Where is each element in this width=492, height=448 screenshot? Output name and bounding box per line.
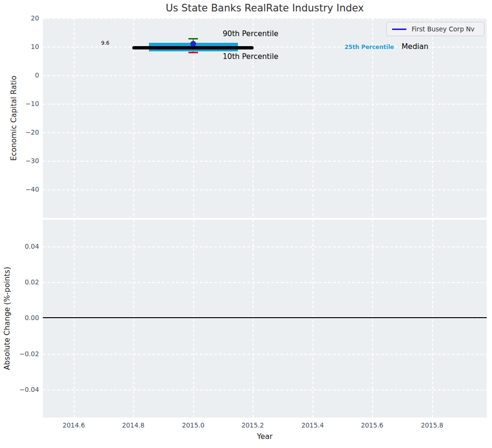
gridline-v — [432, 18, 433, 218]
legend: First Busey Corp Nv — [386, 22, 484, 36]
median-value-annotation: 9.6 — [95, 40, 109, 46]
xtick-label: 2014.6 — [59, 421, 89, 429]
gridline-h — [43, 18, 487, 19]
xtick-label: 2015.6 — [357, 421, 387, 429]
company-point — [190, 41, 196, 47]
bottom-subplot-area — [43, 220, 487, 418]
gridline-h — [43, 189, 487, 190]
median-annotation: Median — [402, 42, 428, 51]
gridline-h — [43, 354, 487, 355]
ytick-label: −40 — [0, 185, 39, 194]
p90-cap — [188, 38, 198, 39]
gridline-h — [43, 282, 487, 283]
gridline-v — [133, 220, 134, 418]
xtick-label: 2015.8 — [417, 421, 447, 429]
top-y-axis-label: Economic Capital Ratio — [10, 18, 19, 218]
gridline-v — [432, 220, 433, 418]
ytick-label: 20 — [0, 14, 39, 22]
gridline-v — [193, 220, 194, 418]
p25-annotation: 25th Percentile — [344, 44, 394, 50]
gridline-v — [74, 220, 75, 418]
gridline-v — [372, 220, 373, 418]
x-axis-label: Year — [43, 432, 487, 441]
gridline-h — [43, 246, 487, 247]
gridline-v — [74, 18, 75, 218]
gridline-h — [43, 161, 487, 162]
xtick-label: 2014.8 — [118, 421, 148, 429]
xtick-label: 2015.4 — [297, 421, 328, 429]
p10-cap — [188, 52, 198, 53]
gridline-v — [253, 220, 254, 418]
xtick-label: 2015.0 — [178, 421, 208, 429]
chart-title: Us State Banks RealRate Industry Index — [43, 2, 487, 14]
gridline-v — [313, 18, 314, 218]
legend-label: First Busey Corp Nv — [412, 25, 474, 33]
ytick-label: −30 — [0, 157, 39, 165]
p10-annotation: 10th Percentile — [223, 52, 278, 61]
gridline-v — [313, 220, 314, 418]
top-subplot-area: 9.6 90th Percentile 10th Percentile 25th… — [43, 18, 487, 218]
zero-line — [43, 317, 487, 318]
gridline-h — [43, 75, 487, 76]
median-line — [132, 46, 254, 49]
gridline-h — [43, 390, 487, 390]
xtick-label: 2015.2 — [237, 421, 268, 429]
legend-line-sample — [392, 29, 406, 30]
ytick-label: 10 — [0, 43, 39, 51]
ytick-label: −20 — [0, 128, 39, 136]
ytick-label: 0 — [0, 71, 39, 79]
gridline-h — [43, 104, 487, 105]
ytick-label: −10 — [0, 100, 39, 108]
bottom-y-axis-label: Absolute Change (%-points) — [3, 220, 12, 418]
gridline-h — [43, 132, 487, 133]
p90-annotation: 90th Percentile — [223, 29, 278, 38]
